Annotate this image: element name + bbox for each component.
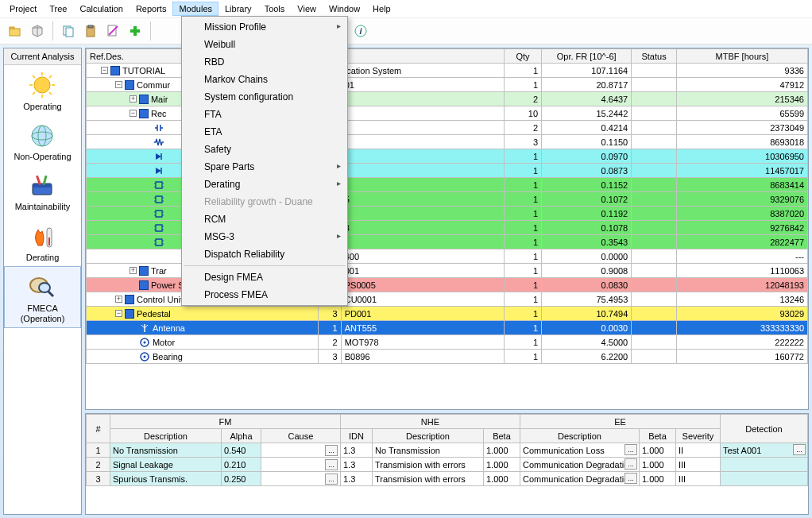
menu-tools[interactable]: Tools (258, 2, 292, 16)
menu-help[interactable]: Help (366, 2, 397, 16)
cube-button[interactable] (27, 21, 48, 41)
cell[interactable]: ... (261, 458, 340, 472)
column-header[interactable]: Severity (675, 429, 720, 443)
cell[interactable]: 0.540 (221, 443, 261, 458)
cell[interactable]: III (675, 472, 720, 486)
cell[interactable]: Communication Loss... (520, 443, 639, 458)
expand-toggle[interactable]: − (115, 310, 122, 317)
fmeca-row[interactable]: 3Spurious Transmis.0.250 ...1.3Transmisi… (86, 472, 807, 486)
tree-row[interactable]: Antenna1ANT55510.0030333333330 (86, 321, 807, 335)
cell[interactable]: 1.3 (340, 458, 372, 472)
column-header[interactable] (341, 49, 504, 64)
copy-button[interactable] (58, 21, 79, 41)
expand-toggle[interactable]: − (130, 110, 137, 117)
sidebar-item-maintainability[interactable]: Maintainability (4, 165, 81, 215)
ellipsis-button[interactable]: ... (624, 458, 637, 470)
column-header[interactable]: Description (520, 429, 639, 443)
add-button[interactable] (125, 21, 145, 41)
cell[interactable]: III (675, 458, 720, 472)
menu-library[interactable]: Library (218, 2, 258, 16)
cell[interactable]: 1.000 (483, 458, 520, 472)
column-header[interactable]: Cause (261, 429, 340, 443)
cell[interactable]: 0.250 (221, 472, 261, 486)
cell[interactable]: No Transmission (110, 443, 221, 458)
fmeca-grid[interactable]: #FMNHEEEDetection DescriptionAlphaCauseI… (85, 413, 809, 515)
sidebar-item-non-operating[interactable]: Non-Operating (4, 115, 81, 165)
column-header[interactable]: MTBF [hours] (676, 49, 807, 64)
edit-button[interactable] (102, 21, 123, 41)
ellipsis-button[interactable]: ... (325, 474, 338, 485)
menu-modules[interactable]: Modules (172, 2, 218, 16)
menu-item-rcm[interactable]: RCM (182, 211, 347, 228)
cell[interactable]: 1.000 (639, 443, 675, 458)
cell[interactable]: ... (261, 443, 340, 458)
cell[interactable] (721, 458, 808, 472)
cell[interactable]: 1.3 (340, 472, 372, 486)
column-header[interactable]: # (86, 415, 110, 443)
cell[interactable]: 1.000 (483, 443, 520, 458)
menu-view[interactable]: View (291, 2, 323, 16)
menu-item-derating[interactable]: Derating (182, 176, 347, 193)
column-header[interactable]: FM (110, 415, 340, 429)
cell[interactable] (721, 472, 808, 486)
ellipsis-button[interactable]: ... (325, 445, 338, 456)
expand-toggle[interactable]: + (130, 267, 137, 274)
cell[interactable]: II (675, 443, 720, 458)
sidebar-item-fmeca-operation-[interactable]: FMECA (Operation) (4, 266, 81, 328)
cell[interactable]: Spurious Transmis. (110, 472, 221, 486)
cell[interactable]: 1.3 (340, 443, 372, 458)
menu-item-spare-parts[interactable]: Spare Parts (182, 158, 347, 176)
cell[interactable]: No Transmission (372, 443, 483, 458)
open-button[interactable] (5, 21, 25, 41)
column-header[interactable]: Qty (504, 49, 541, 64)
tree-row[interactable]: −Pedestal3PD001110.749493029 (86, 307, 807, 321)
column-header[interactable]: EE (520, 415, 720, 429)
ellipsis-button[interactable]: ... (325, 459, 338, 470)
menu-item-msg-3[interactable]: MSG-3 (182, 228, 347, 245)
sidebar-item-derating[interactable]: Derating (4, 216, 81, 266)
sidebar-item-operating[interactable]: Operating (4, 65, 81, 115)
cell[interactable]: Test A001... (721, 443, 808, 458)
menu-item-safety[interactable]: Safety (182, 141, 347, 158)
menu-item-markov-chains[interactable]: Markov Chains (182, 71, 347, 88)
expand-toggle[interactable]: − (115, 81, 122, 88)
menu-tree[interactable]: Tree (43, 2, 73, 16)
menu-item-weibull[interactable]: Weibull (182, 36, 347, 53)
menu-calculation[interactable]: Calculation (73, 2, 129, 16)
fmeca-row[interactable]: 2Signal Leakage0.210 ...1.3Transmision w… (86, 458, 807, 472)
cell[interactable]: 1.000 (639, 458, 675, 472)
column-header[interactable]: Description (110, 429, 221, 443)
cell[interactable]: Communication Degradation... (520, 458, 639, 472)
menu-project[interactable]: Project (3, 2, 43, 16)
menu-item-rbd[interactable]: RBD (182, 53, 347, 71)
cell[interactable]: Transmision with errors (372, 458, 483, 472)
menu-item-process-fmea[interactable]: Process FMEA (182, 286, 347, 303)
ellipsis-button[interactable]: ... (624, 444, 637, 455)
cell[interactable]: Transmision with errors (372, 472, 483, 486)
column-header[interactable]: Alpha (221, 429, 261, 443)
menu-item-fta[interactable]: FTA (182, 106, 347, 123)
paste-button[interactable] (80, 21, 101, 41)
column-header[interactable]: Status (632, 49, 677, 64)
cell[interactable]: ... (261, 472, 340, 486)
menu-item-eta[interactable]: ETA (182, 123, 347, 141)
info-button[interactable]: i (350, 21, 371, 41)
tree-row[interactable]: Motor2MOT97814.5000222222 (86, 335, 807, 350)
menu-item-design-fmea[interactable]: Design FMEA (182, 269, 347, 286)
cell[interactable]: Communication Degradation... (520, 472, 639, 486)
fmeca-row[interactable]: 1No Transmission0.540 ...1.3No Transmiss… (86, 443, 807, 458)
column-header[interactable]: Detection (721, 415, 808, 443)
menu-item-dispatch-reliability[interactable]: Dispatch Reliability (182, 245, 347, 263)
expand-toggle[interactable]: − (101, 67, 108, 74)
cell[interactable]: 1.000 (483, 472, 520, 486)
expand-toggle[interactable]: + (115, 296, 122, 303)
column-header[interactable]: Description (372, 429, 483, 443)
column-header[interactable]: IDN (340, 429, 372, 443)
expand-toggle[interactable]: + (130, 95, 137, 102)
column-header[interactable]: Opr. FR [10^-6] (542, 49, 632, 64)
column-header[interactable]: Beta (639, 429, 675, 443)
ellipsis-button[interactable]: ... (793, 444, 806, 455)
cell[interactable]: Signal Leakage (110, 458, 221, 472)
ellipsis-button[interactable]: ... (624, 473, 637, 484)
tree-row[interactable]: Bearing3B089616.2200160772 (86, 350, 807, 364)
